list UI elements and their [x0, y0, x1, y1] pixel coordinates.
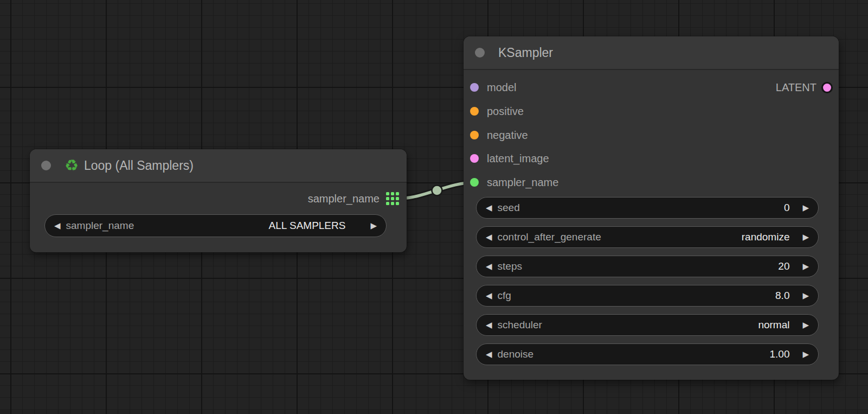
widget-value: 0: [784, 202, 790, 214]
widget-sampler-name[interactable]: ◀ sampler_name ALL SAMPLERS ▶: [44, 214, 387, 237]
widget-label: scheduler: [498, 319, 542, 331]
widget-value: ALL SAMPLERS: [269, 220, 346, 232]
widget-decrement-icon[interactable]: ◀: [486, 204, 492, 212]
input-slot-label: negative: [487, 129, 528, 142]
slot-dot-icon[interactable]: [823, 84, 831, 92]
widget-decrement-icon[interactable]: ◀: [486, 233, 492, 241]
widget-steps[interactable]: ◀ steps 20 ▶: [476, 256, 819, 277]
widget-label: sampler_name: [66, 220, 134, 232]
widget-value: 20: [778, 260, 789, 272]
widget-value: normal: [758, 319, 789, 331]
input-slot-negative[interactable]: negative: [470, 128, 528, 143]
collapse-dot-icon[interactable]: [475, 48, 485, 58]
input-slot-sampler-name[interactable]: sampler_name: [470, 175, 558, 190]
grid-slot-icon[interactable]: [386, 192, 399, 205]
node-title: KSampler: [498, 46, 553, 60]
input-slot-model[interactable]: model: [470, 80, 516, 95]
widget-decrement-icon[interactable]: ◀: [486, 351, 492, 359]
widget-label: steps: [498, 260, 522, 272]
collapse-dot-icon[interactable]: [41, 161, 51, 170]
slot-dot-icon[interactable]: [470, 83, 479, 92]
slot-dot-icon[interactable]: [470, 131, 479, 139]
widget-label: cfg: [498, 290, 511, 302]
widget-label: seed: [498, 202, 520, 214]
widget-decrement-icon[interactable]: ◀: [54, 222, 61, 230]
input-slot-label: model: [487, 81, 516, 94]
widget-label: control_after_generate: [498, 231, 601, 243]
node-graph-canvas[interactable]: ♻︎ Loop (All Samplers) sampler_name ◀ sa…: [0, 0, 868, 414]
input-slot-latent-image[interactable]: latent_image: [470, 151, 549, 166]
widget-control-after-generate[interactable]: ◀ control_after_generate randomize ▶: [476, 226, 819, 248]
widget-value: 8.0: [775, 290, 789, 302]
output-slot-label: sampler_name: [308, 193, 380, 205]
widget-increment-icon[interactable]: ▶: [802, 351, 809, 359]
widget-increment-icon[interactable]: ▶: [802, 204, 809, 212]
input-slot-label: positive: [487, 105, 524, 118]
widget-cfg[interactable]: ◀ cfg 8.0 ▶: [476, 285, 819, 307]
slot-dot-icon[interactable]: [470, 178, 479, 187]
input-slot-positive[interactable]: positive: [470, 104, 524, 119]
slot-dot-icon[interactable]: [470, 154, 479, 163]
slot-dot-icon[interactable]: [470, 107, 479, 116]
widget-denoise[interactable]: ◀ denoise 1.00 ▶: [476, 343, 819, 365]
widget-increment-icon[interactable]: ▶: [802, 292, 809, 300]
input-slot-label: sampler_name: [487, 176, 558, 189]
widget-scheduler[interactable]: ◀ scheduler normal ▶: [476, 314, 819, 336]
node-title: Loop (All Samplers): [84, 158, 194, 173]
output-slot-label: LATENT: [776, 81, 816, 94]
widget-decrement-icon[interactable]: ◀: [486, 321, 492, 329]
widget-increment-icon[interactable]: ▶: [370, 222, 377, 230]
output-slot-latent[interactable]: LATENT: [776, 80, 831, 95]
widget-value: 1.00: [769, 348, 789, 360]
output-slot-sampler-name[interactable]: sampler_name: [308, 191, 399, 206]
node-title-bar[interactable]: KSampler: [464, 36, 839, 70]
widget-increment-icon[interactable]: ▶: [802, 233, 809, 241]
widget-increment-icon[interactable]: ▶: [802, 263, 809, 271]
widget-decrement-icon[interactable]: ◀: [486, 263, 492, 271]
node-loop-all-samplers[interactable]: ♻︎ Loop (All Samplers) sampler_name ◀ sa…: [30, 149, 407, 252]
node-title-bar[interactable]: ♻︎ Loop (All Samplers): [30, 149, 407, 183]
link-midpoint-dot[interactable]: [432, 186, 442, 196]
input-slot-label: latent_image: [487, 152, 549, 165]
widget-value: randomize: [742, 231, 790, 243]
widget-label: denoise: [498, 348, 534, 360]
widget-decrement-icon[interactable]: ◀: [486, 292, 492, 300]
recycle-icon: ♻︎: [65, 158, 79, 174]
widget-increment-icon[interactable]: ▶: [802, 321, 809, 329]
widget-seed[interactable]: ◀ seed 0 ▶: [476, 197, 819, 219]
node-ksampler[interactable]: KSampler model positive negative latent_…: [464, 36, 839, 380]
